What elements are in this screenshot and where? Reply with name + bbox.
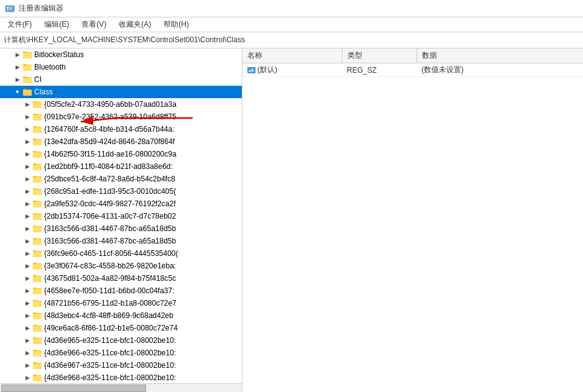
expand-icon-ci: ▶ xyxy=(12,75,22,84)
folder-icon-c5 xyxy=(32,149,42,159)
tree-item-c6[interactable]: ▶ {1ed2bbf9-11f0-4084-b21f-ad83a8e6d: xyxy=(0,160,242,173)
expand-icon-c10: ▶ xyxy=(22,211,32,221)
tree-label-c10: {2db15374-706e-4131-a0c7-d7c78eb02 xyxy=(44,212,176,221)
tree-label-c2: {091bc97e-2352-4362-a539-10a6d8ff75 xyxy=(44,112,177,121)
expand-icon-c9: ▶ xyxy=(22,199,32,209)
tree-item-c8[interactable]: ▶ {268c95a1-edfe-11d3-95c3-0010dc405( xyxy=(0,185,242,198)
expand-icon-c23: ▶ xyxy=(22,373,32,383)
tree-item-c22[interactable]: ▶ {4d36e967-e325-11ce-bfc1-08002be10: xyxy=(0,359,242,371)
menu-help[interactable]: 帮助(H) xyxy=(158,18,194,31)
folder-icon-c22 xyxy=(32,360,42,370)
tree-item-c5[interactable]: ▶ {14b62f50-3f15-11dd-ae16-0800200c9a xyxy=(0,148,242,160)
tree-item-ci[interactable]: ▶ CI xyxy=(0,73,242,86)
tree-label-class: Class xyxy=(34,88,53,96)
folder-icon-c13 xyxy=(32,248,42,258)
tree-item-c1[interactable]: ▶ {05f5cfe2-4733-4950-a6bb-07aad01a3a xyxy=(0,98,242,111)
tree-item-c10[interactable]: ▶ {2db15374-706e-4131-a0c7-d7c78eb02 xyxy=(0,210,242,222)
column-header-data: 数据 xyxy=(416,48,583,63)
folder-icon-c20 xyxy=(32,335,42,345)
tree-item-c3[interactable]: ▶ {1264760f-a5c8-4bfe-b314-d56a7b44a: xyxy=(0,123,242,135)
reg-value-icon: ab xyxy=(247,67,255,73)
svg-rect-5 xyxy=(9,9,12,10)
folder-icon-class xyxy=(22,87,32,97)
tree-item-c17[interactable]: ▶ {48721b56-6795-11d2-b1a8-0080c72e7 xyxy=(0,297,242,309)
expand-icon-c20: ▶ xyxy=(22,335,32,345)
cell-type: REG_SZ xyxy=(342,63,416,77)
expand-icon-c8: ▶ xyxy=(22,186,32,196)
table-row[interactable]: ab (默认) REG_SZ (数值未设置) xyxy=(242,63,583,77)
tree-item-c13[interactable]: ▶ {36fc9e60-c465-11cf-8056-4445535400( xyxy=(0,247,242,260)
address-path: 计算机\HKEY_LOCAL_MACHINE\SYSTEM\ControlSet… xyxy=(4,35,245,45)
tree-label-ci: CI xyxy=(34,75,42,84)
expand-icon-c4: ▶ xyxy=(22,137,32,147)
tree-label-c20: {4d36e965-e325-11ce-bfc1-08002be10: xyxy=(44,336,176,345)
svg-rect-3 xyxy=(9,7,12,7)
tree-horizontal-scrollbar[interactable] xyxy=(0,383,242,392)
tree-label-c19: {49ce6ac8-6f86-11d2-b1e5-0080c72e74 xyxy=(44,324,178,332)
tree-item-c7[interactable]: ▶ {25dbce51-6c8f-4a72-8a6d-b54c2b4fc8 xyxy=(0,173,242,185)
tree-item-c2[interactable]: ▶ {091bc97e-2352-4362-a539-10a6d8ff75 xyxy=(0,111,242,123)
tree-item-c21[interactable]: ▶ {4d36e966-e325-11ce-bfc1-08002be10: xyxy=(0,347,242,359)
menu-view[interactable]: 查看(V) xyxy=(76,18,111,31)
expand-icon-c21: ▶ xyxy=(22,348,32,358)
address-bar: 计算机\HKEY_LOCAL_MACHINE\SYSTEM\ControlSet… xyxy=(0,32,583,48)
expand-icon-c16: ▶ xyxy=(22,286,32,296)
tree-label-c21: {4d36e966-e325-11ce-bfc1-08002be10: xyxy=(44,349,176,357)
tree-label-c17: {48721b56-6795-11d2-b1a8-0080c72e7 xyxy=(44,299,177,308)
tree-item-c16[interactable]: ▶ {4658ee7e-f050-11d1-b6bd-00c04fa37: xyxy=(0,285,242,297)
tree-item-c23[interactable]: ▶ {4d36e968-e325-11ce-bfc1-08002be10: xyxy=(0,371,242,383)
folder-icon-c19 xyxy=(32,323,42,333)
tree-label-c23: {4d36e968-e325-11ce-bfc1-08002be10: xyxy=(44,373,176,382)
tree-item-c9[interactable]: ▶ {2a9fe532-0cdc-44f9-9827-76192f2ca2f xyxy=(0,198,242,210)
folder-icon-c4 xyxy=(32,137,42,147)
tree-panel: ▶ BitlockerStatus ▶ xyxy=(0,48,242,392)
expand-icon-c22: ▶ xyxy=(22,360,32,370)
tree-item-bluetooth[interactable]: ▶ Bluetooth xyxy=(0,61,242,73)
expand-icon-c7: ▶ xyxy=(22,174,32,184)
tree-item-c4[interactable]: ▶ {13e42dfa-85d9-424d-8646-28a70f864f xyxy=(0,135,242,148)
tree-item-bitlocker[interactable]: ▶ BitlockerStatus xyxy=(0,48,242,61)
folder-icon-c16 xyxy=(32,286,42,296)
expand-icon-class: ▼ xyxy=(12,87,22,97)
tree-label-c1: {05f5cfe2-4733-4950-a6bb-07aad01a3a xyxy=(44,100,177,109)
tree-item-c11[interactable]: ▶ {3163c566-d381-4467-87bc-a65a18d5b xyxy=(0,222,242,235)
tree-label-c18: {48d3ebc4-4cf8-48ff-b869-9c68ad42eb xyxy=(44,311,173,320)
tree-label-c9: {2a9fe532-0cdc-44f9-9827-76192f2ca2f xyxy=(44,199,176,208)
tree-item-c12[interactable]: ▶ {3163c566-d381-4467-87bc-a65a18d5b xyxy=(0,235,242,247)
menu-edit[interactable]: 编辑(E) xyxy=(39,18,74,31)
expand-icon-c13: ▶ xyxy=(22,248,32,258)
folder-icon-c17 xyxy=(32,298,42,308)
tree-label-c12: {3163c566-d381-4467-87bc-a65a18d5b xyxy=(44,237,176,245)
tree-label-c6: {1ed2bbf9-11f0-4084-b21f-ad83a8e6d: xyxy=(44,162,173,171)
tree-item-class[interactable]: ▼ Class xyxy=(0,86,242,98)
tree-scroll[interactable]: ▶ BitlockerStatus ▶ xyxy=(0,48,242,383)
expand-icon-c5: ▶ xyxy=(22,149,32,159)
folder-icon-c2 xyxy=(32,112,42,122)
expand-icon-c1: ▶ xyxy=(22,99,32,109)
menu-file[interactable]: 文件(F) xyxy=(2,18,37,31)
tree-item-c14[interactable]: ▶ {3e3f0674-c83c-4558-bb26-9820e1eba: xyxy=(0,260,242,272)
column-header-type: 类型 xyxy=(342,48,416,63)
folder-icon-bitlocker xyxy=(22,50,32,60)
registry-table: 名称 类型 数据 ab (默认) REG_SZ xyxy=(242,48,583,77)
expand-icon-c15: ▶ xyxy=(22,273,32,283)
expand-icon-c17: ▶ xyxy=(22,298,32,308)
expand-icon-c12: ▶ xyxy=(22,236,32,246)
tree-item-c20[interactable]: ▶ {4d36e965-e325-11ce-bfc1-08002be10: xyxy=(0,334,242,347)
tree-item-c18[interactable]: ▶ {48d3ebc4-4cf8-48ff-b869-9c68ad42eb xyxy=(0,309,242,322)
expand-icon-c3: ▶ xyxy=(22,124,32,134)
tree-label-bitlocker: BitlockerStatus xyxy=(34,50,84,59)
folder-icon-c11 xyxy=(32,224,42,234)
tree-label-c16: {4658ee7e-f050-11d1-b6bd-00c04fa37: xyxy=(44,286,175,295)
menu-favorites[interactable]: 收藏夹(A) xyxy=(114,18,156,31)
expand-icon-c18: ▶ xyxy=(22,311,32,321)
expand-icon-c11: ▶ xyxy=(22,224,32,234)
tree-item-c19[interactable]: ▶ {49ce6ac8-6f86-11d2-b1e5-0080c72e74 xyxy=(0,322,242,334)
tree-item-c15[interactable]: ▶ {43675d81-502a-4a82-9f84-b75f418c5c xyxy=(0,272,242,285)
tree-label-c5: {14b62f50-3f15-11dd-ae16-0800200c9a xyxy=(44,150,177,158)
svg-rect-1 xyxy=(7,7,9,9)
title-bar: 注册表编辑器 xyxy=(0,0,583,17)
folder-icon-c18 xyxy=(32,311,42,321)
svg-rect-4 xyxy=(9,8,12,9)
folder-icon-bluetooth xyxy=(22,62,32,72)
